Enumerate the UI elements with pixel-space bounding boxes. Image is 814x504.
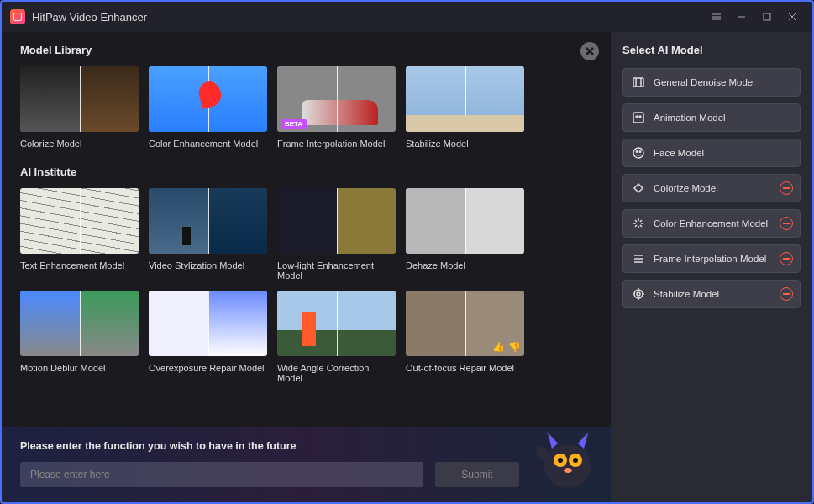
section-title-institute: AI Institute xyxy=(20,165,592,178)
sidebar-item-face[interactable]: Face Model xyxy=(622,139,801,167)
svg-point-4 xyxy=(558,458,563,463)
thumbs-up-icon: 👍 xyxy=(492,341,505,353)
svg-point-13 xyxy=(636,151,638,153)
model-label: Frame Interpolation Model xyxy=(654,254,766,264)
model-label: Stabilize Model xyxy=(654,289,719,299)
target-icon xyxy=(632,287,645,301)
model-list: General Denoise Model Animation Model Fa… xyxy=(622,68,801,308)
film-icon xyxy=(632,76,645,89)
library-grid: Colorize Model Color Enhancement Model B… xyxy=(20,66,592,149)
model-card-dehaze[interactable]: Dehaze Model xyxy=(406,188,524,281)
sidebar-item-frame-interpolation[interactable]: Frame Interpolation Model xyxy=(622,244,801,273)
model-card-wide-angle[interactable]: Wide Angle Correction Model xyxy=(277,291,396,383)
feedback-input[interactable] xyxy=(20,462,423,487)
menu-icon[interactable] xyxy=(705,5,728,29)
card-label: Frame Interpolation Model xyxy=(277,139,396,149)
card-label: Low-light Enhancement Model xyxy=(277,260,396,281)
sidebar-item-general-denoise[interactable]: General Denoise Model xyxy=(622,68,801,97)
remove-model-button[interactable] xyxy=(780,287,793,301)
svg-point-1 xyxy=(544,444,591,488)
app-title: HitPaw Video Enhancer xyxy=(32,11,147,24)
svg-point-10 xyxy=(636,116,638,118)
svg-point-14 xyxy=(639,151,641,153)
model-card-colorize[interactable]: Colorize Model xyxy=(20,66,139,149)
frames-icon xyxy=(632,252,645,265)
smile-icon xyxy=(632,146,645,160)
maximize-button[interactable] xyxy=(755,5,779,29)
model-card-motion-deblur[interactable]: Motion Deblur Model xyxy=(20,291,139,383)
sidebar-item-colorize[interactable]: Colorize Model xyxy=(622,174,801,202)
footer-title: Please enter the function you wish to ha… xyxy=(20,440,592,452)
sidebar-item-stabilize[interactable]: Stabilize Model xyxy=(622,280,801,308)
card-label: Motion Deblur Model xyxy=(20,363,139,373)
svg-point-11 xyxy=(639,116,641,118)
svg-rect-9 xyxy=(633,113,643,123)
close-panel-button[interactable] xyxy=(580,42,599,60)
model-card-overexposure[interactable]: Overexposure Repair Model xyxy=(149,291,267,383)
card-label: Color Enhancement Model xyxy=(149,139,267,149)
submit-button[interactable]: Submit xyxy=(435,462,519,487)
model-label: Animation Model xyxy=(654,113,726,123)
remove-model-button[interactable] xyxy=(780,217,793,230)
model-card-low-light[interactable]: Low-light Enhancement Model xyxy=(277,188,396,281)
thumbs-down-icon: 👎 xyxy=(508,341,521,353)
model-label: Face Model xyxy=(654,148,704,158)
model-label: General Denoise Model xyxy=(654,77,755,87)
sidebar-item-color-enhancement[interactable]: Color Enhancement Model xyxy=(622,209,801,238)
institute-grid: Text Enhancement Model Video Stylization… xyxy=(20,188,592,383)
svg-point-5 xyxy=(573,458,578,463)
card-label: Wide Angle Correction Model xyxy=(277,363,396,383)
rating-buttons[interactable]: 👍👎 xyxy=(492,341,521,353)
face-icon xyxy=(632,111,645,124)
card-label: Dehaze Model xyxy=(406,260,524,270)
remove-model-button[interactable] xyxy=(780,181,793,195)
model-card-out-of-focus[interactable]: 👍👎 Out-of-focus Repair Model xyxy=(406,291,524,383)
sidebar: Select AI Model General Denoise Model An… xyxy=(611,32,812,502)
model-card-frame-interpolation[interactable]: BETA Frame Interpolation Model xyxy=(277,66,396,149)
palette-icon xyxy=(632,181,645,195)
beta-badge: BETA xyxy=(281,119,307,129)
feedback-footer: Please enter the function you wish to ha… xyxy=(2,427,611,502)
model-card-color-enhancement[interactable]: Color Enhancement Model xyxy=(149,66,267,149)
card-label: Stabilize Model xyxy=(406,139,524,149)
sidebar-item-animation[interactable]: Animation Model xyxy=(622,103,801,132)
svg-point-6 xyxy=(564,468,572,473)
card-label: Colorize Model xyxy=(20,139,139,149)
card-label: Text Enhancement Model xyxy=(20,260,139,270)
card-label: Overexposure Repair Model xyxy=(149,363,267,373)
minimize-button[interactable] xyxy=(730,5,754,29)
sparkle-icon xyxy=(632,217,645,230)
app-logo xyxy=(10,9,25,24)
card-label: Out-of-focus Repair Model xyxy=(406,363,524,373)
model-card-video-stylization[interactable]: Video Stylization Model xyxy=(149,188,267,281)
main-panel: Model Library Colorize Model Color Enhan… xyxy=(2,32,611,502)
svg-point-12 xyxy=(633,148,643,158)
svg-point-16 xyxy=(637,292,640,296)
close-window-button[interactable] xyxy=(780,5,804,29)
beta-badge: BETA xyxy=(409,119,435,129)
remove-model-button[interactable] xyxy=(780,252,793,265)
titlebar: HitPaw Video Enhancer xyxy=(2,2,812,32)
card-label: Video Stylization Model xyxy=(149,260,267,270)
mascot-image xyxy=(530,412,606,496)
model-label: Colorize Model xyxy=(654,183,718,193)
svg-rect-8 xyxy=(633,78,643,87)
sidebar-title: Select AI Model xyxy=(622,44,801,56)
model-card-stabilize[interactable]: BETA Stabilize Model xyxy=(406,66,524,149)
model-label: Color Enhancement Model xyxy=(654,218,768,228)
section-title-library: Model Library xyxy=(20,44,592,56)
svg-rect-0 xyxy=(764,13,770,20)
model-card-text-enhancement[interactable]: Text Enhancement Model xyxy=(20,188,139,281)
svg-point-15 xyxy=(634,290,643,298)
